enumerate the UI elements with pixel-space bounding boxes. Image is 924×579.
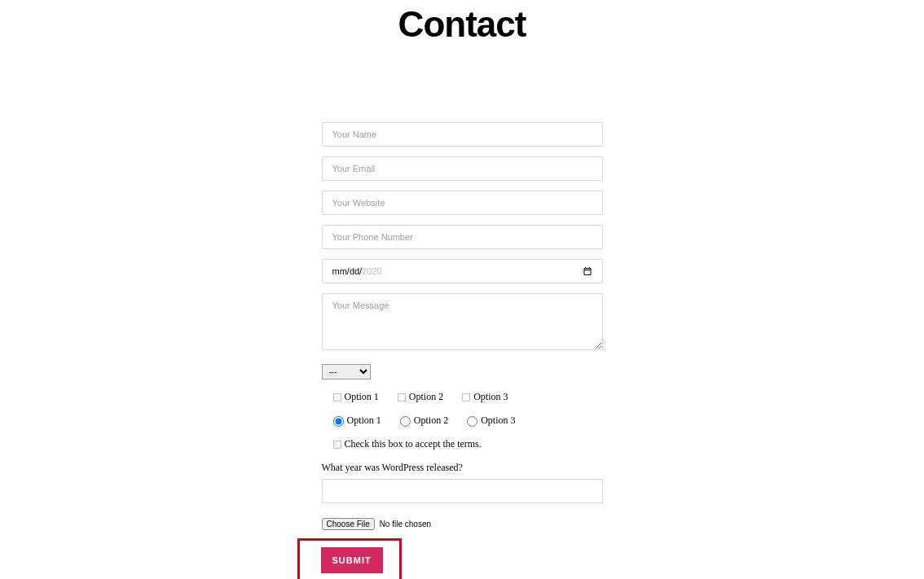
radio-option-1[interactable]: Option 1 <box>333 415 381 426</box>
checkbox-icon <box>333 393 341 401</box>
checkbox-icon <box>333 441 341 449</box>
checkbox-option-1[interactable]: Option 1 <box>333 391 379 402</box>
message-input[interactable] <box>322 293 603 350</box>
phone-input[interactable] <box>322 225 603 249</box>
radio-input[interactable] <box>467 416 477 427</box>
quiz-question-label: What year was WordPress released? <box>322 462 603 474</box>
email-input[interactable] <box>322 156 603 181</box>
submit-button[interactable]: SUBMIT <box>321 547 383 573</box>
website-input[interactable] <box>322 191 603 215</box>
checkbox-option-2[interactable]: Option 2 <box>398 391 443 402</box>
file-status-text: No file chosen <box>380 520 431 529</box>
radio-input[interactable] <box>400 416 411 427</box>
quiz-input[interactable] <box>322 479 603 503</box>
date-input[interactable]: mm/dd/2020 <box>322 259 603 283</box>
date-value: mm/dd/2020 <box>332 266 382 276</box>
radio-option-3[interactable]: Option 3 <box>467 415 515 426</box>
radio-input[interactable] <box>333 416 344 427</box>
page-title: Contact <box>0 0 924 45</box>
checkbox-group: Option 1 Option 2 Option 3 <box>333 391 603 403</box>
contact-form: mm/dd/2020 --- Option 1 Option 2 Option … <box>322 122 603 579</box>
terms-row: Check this box to accept the terms. <box>333 438 603 450</box>
dropdown-select[interactable]: --- <box>322 364 371 379</box>
name-input[interactable] <box>322 122 603 147</box>
terms-checkbox-label[interactable]: Check this box to accept the terms. <box>333 438 482 450</box>
radio-group: Option 1 Option 2 Option 3 <box>333 415 603 427</box>
submit-highlight-box: SUBMIT <box>297 538 402 579</box>
calendar-icon <box>583 266 592 276</box>
checkbox-icon <box>462 393 470 401</box>
checkbox-option-3[interactable]: Option 3 <box>462 391 508 402</box>
checkbox-icon <box>398 393 406 401</box>
radio-option-2[interactable]: Option 2 <box>400 415 448 426</box>
choose-file-button[interactable]: Choose File <box>322 518 375 530</box>
file-upload-row: Choose File No file chosen <box>322 518 603 530</box>
